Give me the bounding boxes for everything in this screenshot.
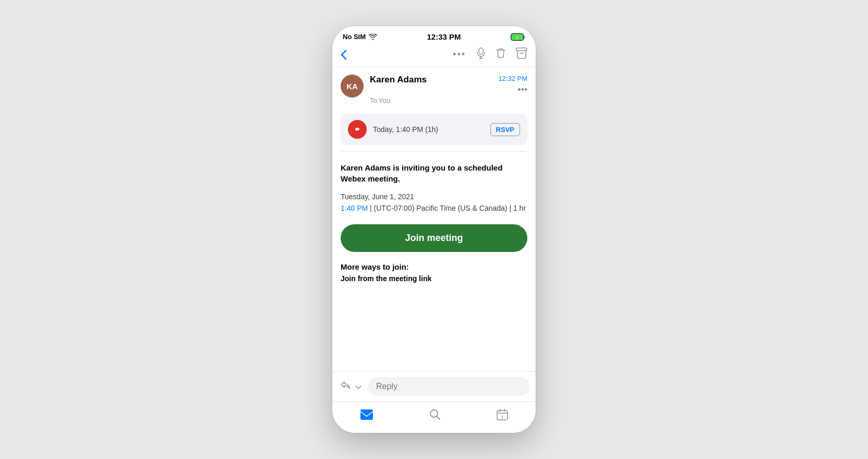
svg-rect-3: [479, 48, 483, 54]
calendar-tab-icon: 1: [497, 409, 508, 420]
email-more-dots[interactable]: •••: [517, 84, 527, 95]
tab-mail[interactable]: [349, 407, 384, 422]
sender-row: Karen Adams 12:32 PM •••: [370, 75, 527, 95]
wifi-icon: [369, 34, 377, 40]
back-button[interactable]: [341, 50, 347, 60]
calendar-event-time: Today, 1:40 PM (1h): [373, 125, 484, 134]
toolbar-left: [341, 50, 347, 60]
join-meeting-button[interactable]: Join meeting: [341, 224, 527, 252]
meeting-time-link[interactable]: 1:40 PM: [341, 204, 368, 212]
svg-rect-1: [524, 35, 525, 39]
trash-icon: [496, 47, 505, 59]
rsvp-button[interactable]: RSVP: [490, 123, 520, 136]
reply-actions: [339, 379, 364, 394]
email-header-info: Karen Adams 12:32 PM ••• To You: [370, 75, 527, 104]
email-body: Karen Adams is inviting you to a schedul…: [332, 152, 536, 290]
more-ways-heading: More ways to join:: [341, 262, 527, 271]
reply-icon: [341, 381, 350, 390]
calendar-icon-wrap: [348, 120, 367, 139]
meeting-link-text: Join from the meeting link: [341, 274, 527, 283]
tab-search[interactable]: [419, 407, 451, 422]
trash-button[interactable]: [496, 47, 505, 62]
svg-text:⚡: ⚡: [514, 34, 520, 41]
search-tab-icon: [429, 409, 441, 420]
reply-bar: [332, 371, 536, 401]
archive-button[interactable]: [516, 47, 527, 62]
status-bar: No SIM 12:33 PM ⚡: [332, 26, 536, 44]
svg-text:1: 1: [501, 415, 503, 419]
status-right: ⚡: [511, 33, 525, 41]
carrier-label: No SIM: [343, 33, 366, 41]
more-button[interactable]: •••: [453, 49, 466, 60]
sender-avatar: KA: [341, 75, 364, 98]
meeting-time-suffix: | (UTC-07:00) Pacific Time (US & Canada)…: [368, 204, 526, 212]
time-display: 12:33 PM: [427, 32, 461, 41]
meeting-time-row: 1:40 PM | (UTC-07:00) Pacific Time (US &…: [341, 203, 527, 214]
reply-input[interactable]: [368, 377, 529, 396]
status-left: No SIM: [343, 33, 377, 41]
toolbar-right: •••: [453, 47, 527, 62]
meeting-date: Tuesday, June 1, 2021: [341, 192, 527, 201]
tab-bar: 1: [332, 401, 536, 433]
mail-tab-icon: [360, 409, 373, 420]
reply-action-button[interactable]: [339, 379, 352, 394]
chevron-down-icon: [355, 385, 361, 390]
email-content: KA Karen Adams 12:32 PM ••• To You: [332, 67, 536, 371]
email-header: KA Karen Adams 12:32 PM ••• To You: [332, 67, 536, 110]
microphone-icon: [476, 47, 486, 59]
sender-name: Karen Adams: [370, 75, 427, 85]
svg-rect-8: [360, 409, 373, 420]
tab-calendar[interactable]: 1: [486, 407, 519, 422]
reply-dropdown-button[interactable]: [353, 379, 364, 394]
email-to: To You: [370, 96, 527, 104]
webex-icon: [352, 124, 363, 135]
toolbar: •••: [332, 44, 536, 67]
archive-icon: [516, 47, 527, 59]
svg-rect-6: [516, 48, 527, 51]
email-time: 12:32 PM: [498, 75, 527, 82]
phone-frame: No SIM 12:33 PM ⚡: [332, 26, 536, 433]
calendar-invite-banner: Today, 1:40 PM (1h) RSVP: [341, 114, 527, 145]
email-intro: Karen Adams is inviting you to a schedul…: [341, 162, 527, 184]
microphone-button[interactable]: [476, 47, 486, 62]
battery-icon: ⚡: [511, 33, 525, 41]
